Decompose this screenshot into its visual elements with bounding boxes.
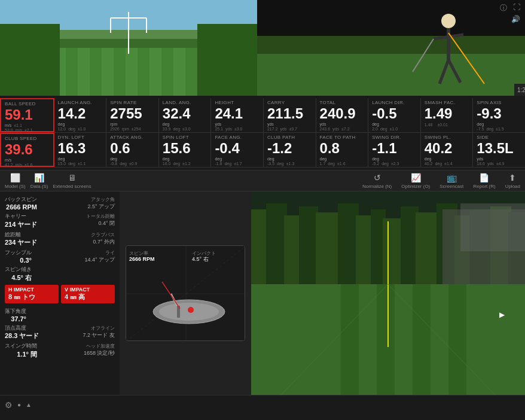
descent-value: 37.7° bbox=[5, 315, 26, 322]
stat-value-launch-dir: -0.5 bbox=[372, 106, 417, 121]
toolbar-left: ⬜ Model (S) 📊 Data (S) 🖥 Extended screen… bbox=[5, 173, 91, 189]
stat-sub-unit-swing-pl: deg bbox=[435, 162, 442, 166]
svg-text:インパクト: インパクト bbox=[192, 251, 216, 256]
stat-meta-dyn-loft: deg bbox=[58, 157, 103, 161]
carry-sub-value: 0.4° 閉 bbox=[86, 220, 115, 227]
stat-sub-delta-height: ±3.0 bbox=[234, 127, 243, 131]
apex-value: 28.3 ヤード bbox=[5, 331, 39, 340]
stat-meta-height: yds bbox=[215, 122, 260, 126]
svg-rect-3 bbox=[60, 48, 197, 96]
gear-icon[interactable]: ⚙ bbox=[5, 400, 13, 410]
stat-sub-club-path: -3.5 deg ±1.3 bbox=[267, 162, 312, 166]
carry-value: 214 ヤード bbox=[5, 220, 37, 229]
info-icon[interactable]: ⓘ bbox=[500, 3, 507, 13]
stat-sub-delta-club-path: ±1.3 bbox=[286, 162, 295, 166]
video-label: 1:2 bbox=[517, 87, 525, 93]
stat-sub-unit-side: yds bbox=[487, 162, 494, 166]
stat-sub-delta-face-ang: ±1.7 bbox=[234, 162, 242, 166]
toolbar-optimizer-label: Optimizer (O) bbox=[401, 184, 430, 189]
toolbar-upload-label: Upload bbox=[505, 184, 520, 189]
svg-rect-44 bbox=[284, 215, 301, 287]
stat-cell-launch-ang: LAUNCH ANG. 14.2 deg 12.0 deg ±1.0 bbox=[54, 98, 107, 132]
toolbar-report-label: Report (R) bbox=[473, 184, 495, 189]
stat-cell-dyn-loft: DYN. LOFT 16.3 deg 15.0 deg ±1.1 bbox=[54, 133, 107, 167]
stat-sub-val-attack-ang: -0.8 bbox=[110, 162, 117, 166]
stat-sub-unit-club-speed: m/s bbox=[16, 163, 22, 167]
svg-text:2666 RPM: 2666 RPM bbox=[129, 256, 155, 262]
stat-meta-launch-ang: deg bbox=[58, 122, 103, 126]
svg-rect-46 bbox=[316, 212, 340, 287]
stat-unit-club-speed: m/s bbox=[5, 158, 11, 162]
stat-meta-side: yds bbox=[477, 157, 521, 161]
fussible-value: 0.3° bbox=[5, 257, 32, 264]
video-right: 1:2 ▶ ⏭ -1.500 ⓘ ⛶ 🔊 bbox=[257, 0, 525, 96]
svg-rect-59 bbox=[460, 203, 525, 251]
v-impact-title: V IMPACT bbox=[65, 287, 111, 293]
stat-sub-val-smash-fac: 1.48 bbox=[425, 123, 433, 127]
stat-unit-swing-dir: deg bbox=[372, 157, 379, 161]
toolbar-data[interactable]: 📊 Data (S) bbox=[30, 173, 48, 189]
svg-rect-15 bbox=[197, 24, 257, 96]
toolbar-report[interactable]: 📄 Report (R) bbox=[473, 173, 495, 189]
stat-sub-ball-speed: 53.0 m/s ±2.1 bbox=[5, 128, 50, 132]
stat-sub-face-ang: -1.8 deg ±1.7 bbox=[215, 162, 260, 166]
toolbar-optimizer[interactable]: 📈 Optimizer (O) bbox=[401, 173, 430, 189]
stat-sub-val-land-ang: 33.9 bbox=[163, 127, 171, 131]
stat-sub-launch-ang: 12.0 deg ±1.0 bbox=[58, 127, 103, 131]
toolbar-upload[interactable]: ⬆ Upload bbox=[505, 173, 520, 189]
stat-value-swing-dir: -1.1 bbox=[372, 141, 417, 156]
svg-rect-62 bbox=[377, 284, 395, 395]
stat-sub-unit-ball-speed: m/s bbox=[16, 128, 22, 132]
data-row-total: 総距離 234 ヤード クラブパス 0.7° 外内 bbox=[5, 232, 115, 248]
stat-cell-carry: CARRY 211.5 yds 217.2 yds ±9.7 bbox=[264, 98, 316, 132]
stat-sub-unit-dyn-loft: deg bbox=[68, 162, 75, 166]
toolbar-model[interactable]: ⬜ Model (S) bbox=[5, 173, 26, 189]
stat-unit-carry: yds bbox=[267, 122, 274, 126]
stat-sub-val-launch-dir: 2.0 bbox=[372, 127, 378, 131]
stat-meta-spin-loft: deg bbox=[163, 157, 207, 161]
stat-unit-spin-rate: rpm bbox=[110, 122, 117, 126]
h-impact-title: H IMPACT bbox=[8, 287, 55, 293]
stat-meta-ball-speed: m/s ±1.1 bbox=[5, 123, 50, 127]
svg-rect-45 bbox=[299, 206, 318, 287]
stat-sub-val-carry: 217.2 bbox=[267, 127, 278, 131]
stat-meta-spin-rate: rpm bbox=[110, 122, 155, 126]
stat-cell-club-speed: CLUB SPEED 39.6 m/s 41.2 m/s ±1.6 bbox=[0, 133, 54, 167]
attack-angle-label: アタック角 bbox=[87, 196, 115, 203]
toolbar-extended[interactable]: 🖥 Extended screens bbox=[53, 173, 91, 189]
stat-sub-unit-carry: yds bbox=[280, 127, 287, 131]
stat-sub-delta-side: ±4.9 bbox=[496, 162, 505, 166]
stat-value-face-to-path: 0.8 bbox=[320, 141, 365, 156]
stat-sub-height: 25.1 yds ±3.0 bbox=[215, 127, 260, 131]
stat-sub-spin-loft: 16.0 deg ±1.2 bbox=[163, 162, 207, 166]
toolbar-normalize[interactable]: ↺ Normalize (N) bbox=[362, 173, 392, 189]
stat-meta-face-ang: deg bbox=[215, 157, 260, 161]
lie-label: ライ bbox=[84, 249, 115, 256]
stat-cell-spin-rate: SPIN RATE 2755 rpm 2926 rpm ±254 bbox=[106, 98, 159, 132]
stat-unit-club-path: deg bbox=[267, 157, 274, 161]
stat-value-club-speed: 39.6 bbox=[5, 142, 50, 157]
stat-unit-swing-pl: deg bbox=[425, 157, 432, 161]
toolbar-screencast[interactable]: 📺 Screencast bbox=[439, 173, 463, 189]
video-left bbox=[0, 0, 257, 96]
fussible-label: フッシブル bbox=[5, 249, 32, 257]
stat-meta-club-speed: m/s bbox=[5, 158, 50, 162]
stat-cell-side: SIDE 13.5L yds 18.6 yds ±4.9 bbox=[473, 133, 525, 167]
stat-meta-attack-ang: deg bbox=[110, 157, 155, 161]
v-impact-value: 4 ㎜ 高 bbox=[65, 293, 111, 302]
stat-delta-ball-speed: ±1.1 bbox=[14, 123, 22, 127]
fullscreen-icon[interactable]: ⛶ bbox=[513, 3, 520, 11]
apex-label: 頂点高度 bbox=[5, 325, 39, 332]
stat-sub-land-ang: 33.9 deg ±3.0 bbox=[163, 127, 207, 131]
stat-unit-launch-ang: deg bbox=[58, 122, 65, 126]
stat-sub-delta-spin-rate: ±254 bbox=[132, 127, 141, 131]
stat-unit-spin-axis: deg bbox=[477, 122, 484, 126]
svg-rect-63 bbox=[413, 284, 431, 395]
volume-icon[interactable]: 🔊 bbox=[511, 15, 520, 23]
backspin-value: 2666 RPM bbox=[5, 203, 37, 211]
stat-value-spin-rate: 2755 bbox=[110, 106, 155, 121]
stat-value-spin-axis: -9.3 bbox=[477, 106, 521, 121]
club-viz-inner: スピン率 2666 RPM インパクト 4.5° 右 bbox=[126, 245, 245, 341]
toolbar-model-label: Model (S) bbox=[5, 184, 26, 189]
data-row-backspin: バックスピン 2666 RPM アタック角 2.5° アップ bbox=[5, 196, 115, 211]
